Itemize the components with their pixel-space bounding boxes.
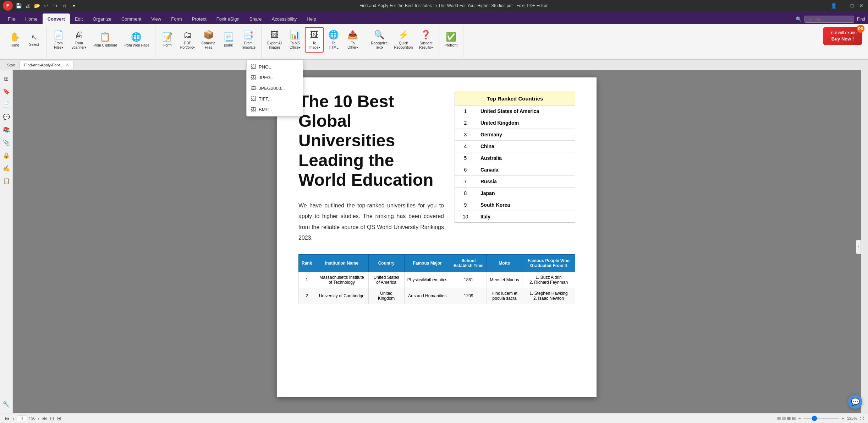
content-area[interactable]: › Top Ranked Countries 1 United States o… [13, 70, 861, 423]
tab-edit[interactable]: Edit [70, 13, 88, 24]
to-image-icon: 🖼 [310, 30, 319, 40]
tab-home[interactable]: Home [20, 13, 43, 24]
search-icon: 🔍 [796, 16, 802, 22]
tab-accessibility[interactable]: Accessibility [267, 13, 302, 24]
sidebar-pages-icon[interactable]: 📄 [1, 99, 12, 109]
tab-protect[interactable]: Protect [187, 13, 211, 24]
jpeg-option[interactable]: 🖼 JPEG... [247, 72, 303, 83]
trial-buy-text: Buy Now ! [831, 36, 854, 42]
jpeg2000-option[interactable]: 🖼 JPEG2000... [247, 83, 303, 93]
table-row: 1 Massachusetts Institute of Technology … [299, 272, 575, 288]
maximize-button[interactable]: □ [848, 2, 856, 10]
to-html-button[interactable]: 🌐 ToHTML [324, 27, 343, 53]
bmp-option[interactable]: 🖼 BMP... [247, 104, 303, 115]
redo-icon[interactable]: ↪ [52, 2, 59, 9]
tab-share[interactable]: Share [245, 13, 267, 24]
to-ms-office-icon: 📊 [290, 30, 300, 40]
save-icon[interactable]: 💾 [15, 2, 22, 9]
facing-page-icon[interactable]: ▥ [782, 416, 786, 421]
fit-width-button[interactable]: ⊞ [56, 415, 62, 422]
page-number-input[interactable] [17, 416, 27, 421]
to-ms-office-button[interactable]: 📊 To MSOffice▾ [286, 27, 304, 53]
preflight-button[interactable]: ✅ Preflight [442, 27, 461, 53]
from-template-button[interactable]: 📑 FromTemplate [238, 27, 259, 53]
tab-view[interactable]: View [146, 13, 166, 24]
collapse-panel-button[interactable]: › [856, 240, 861, 254]
sidebar-security-icon[interactable]: 🔒 [1, 150, 12, 161]
tab-foxiteSign[interactable]: Foxit eSign [211, 13, 245, 24]
col-famous: Famous People Who Graduated From It [522, 254, 575, 272]
sidebar-layers-icon[interactable]: 📚 [1, 124, 12, 135]
sidebar-articles-icon[interactable]: 📋 [1, 175, 12, 186]
tab-form[interactable]: Form [166, 13, 187, 24]
from-webpage-button[interactable]: 🌐 From Web Page [121, 27, 152, 53]
zoom-out-button[interactable]: − [798, 416, 801, 421]
title-bar: F 💾 🖨 📂 ↩ ↪ ⎌ ▾ Find-and-Apply-For-the-B… [0, 0, 868, 11]
tab-help[interactable]: Help [302, 13, 321, 24]
form-button[interactable]: 📝 Form [158, 27, 177, 53]
doc-tab-close[interactable]: ✕ [66, 63, 69, 67]
select-button[interactable]: ↖ Select [25, 27, 43, 53]
tiff-option[interactable]: 🖼 TIFF... [247, 93, 303, 104]
trial-badge[interactable]: Trial will expire Buy Now ! 06 [823, 27, 862, 45]
sidebar-signature-icon[interactable]: ✍ [1, 163, 12, 173]
sidebar-comment-icon[interactable]: 💬 [1, 112, 12, 122]
sidebar-attachment-icon[interactable]: 📎 [1, 137, 12, 148]
document-tab[interactable]: Find-and-Apply-For-t... ✕ [20, 61, 74, 69]
single-page-icon[interactable]: ▤ [777, 416, 781, 421]
first-page-button[interactable]: ⏮ [4, 415, 11, 422]
from-clipboard-button[interactable]: 📋 From Clipboard [90, 27, 120, 53]
tab-organize[interactable]: Organize [88, 13, 116, 24]
tab-file[interactable]: File [3, 13, 20, 24]
from-scanner-icon: 🖨 [75, 30, 83, 40]
combine-files-button[interactable]: 📦 CombineFiles [198, 27, 218, 53]
user-icon[interactable]: 👤 [830, 2, 837, 10]
foxit-logo[interactable]: F [3, 1, 13, 11]
start-tab[interactable]: Start [3, 61, 20, 69]
doc-tab-label: Find-and-Apply-For-t... [24, 63, 64, 67]
continuous-icon[interactable]: ▦ [787, 416, 791, 421]
sidebar-tools-icon[interactable]: 🔧 [1, 399, 12, 410]
table-row: 2 United Kingdom [455, 117, 575, 129]
col-major: Famous Major [404, 254, 450, 272]
export-all-images-icon: 🖼 [270, 30, 279, 40]
tab-convert[interactable]: Convert [43, 13, 70, 24]
print-icon[interactable]: 🖨 [24, 2, 31, 9]
open-icon[interactable]: 📂 [33, 2, 40, 9]
ranked-table-header: Top Ranked Countries [455, 92, 575, 105]
to-other-button[interactable]: 📤 ToOther▾ [344, 27, 362, 53]
pdf-portfolio-button[interactable]: 🗂 PDFPortfolio▾ [177, 27, 198, 53]
hand-icon: ✋ [10, 32, 20, 42]
facing-continuous-icon[interactable]: ▧ [792, 416, 796, 421]
to-image-button[interactable]: 🖼 ToImage▾ [305, 27, 324, 53]
prev-page-button[interactable]: ‹ [12, 415, 15, 422]
sidebar-thumbnail-icon[interactable]: ⊞ [1, 73, 12, 84]
chat-button[interactable]: 💬 [848, 395, 862, 409]
minimize-button[interactable]: ─ [839, 2, 847, 10]
fit-page-button[interactable]: ⊡ [49, 415, 55, 422]
undo-icon[interactable]: ↩ [43, 2, 50, 9]
ribbon-group-hand-select: ✋ Hand ↖ Select [3, 26, 46, 58]
close-button[interactable]: ✕ [857, 2, 865, 10]
zoom-slider[interactable] [803, 418, 839, 419]
tell-me-input[interactable] [804, 16, 854, 23]
next-page-button[interactable]: › [37, 415, 40, 422]
export-all-images-button[interactable]: 🖼 Export AllImages [264, 27, 285, 53]
from-files-icon: 📄 [53, 30, 64, 40]
undo-arrow-icon[interactable]: ⎌ [61, 2, 68, 9]
zoom-in-button[interactable]: + [842, 416, 844, 421]
sidebar-bookmark-icon[interactable]: 🔖 [1, 86, 12, 97]
from-files-button[interactable]: 📄 FromFiles▾ [49, 27, 68, 53]
table-row: 9 South Korea [455, 199, 575, 211]
fullscreen-button[interactable]: ⛶ [860, 416, 864, 421]
quick-access-dropdown[interactable]: ▾ [70, 2, 77, 9]
tab-comment[interactable]: Comment [116, 13, 146, 24]
hand-button[interactable]: ✋ Hand [6, 27, 24, 53]
suspect-results-button[interactable]: ❓ SuspectResults▾ [416, 27, 435, 53]
blank-button[interactable]: 📃 Blank [219, 27, 238, 53]
last-page-button[interactable]: ⏭ [42, 415, 48, 422]
png-option[interactable]: 🖼 PNG... [247, 61, 303, 72]
from-scanner-button[interactable]: 🖨 FromScanner▾ [68, 27, 89, 53]
quick-recognition-button[interactable]: ⚡ QuickRecognition [391, 27, 416, 53]
recognize-text-button[interactable]: 🔍 RecognizeText▾ [368, 27, 390, 53]
